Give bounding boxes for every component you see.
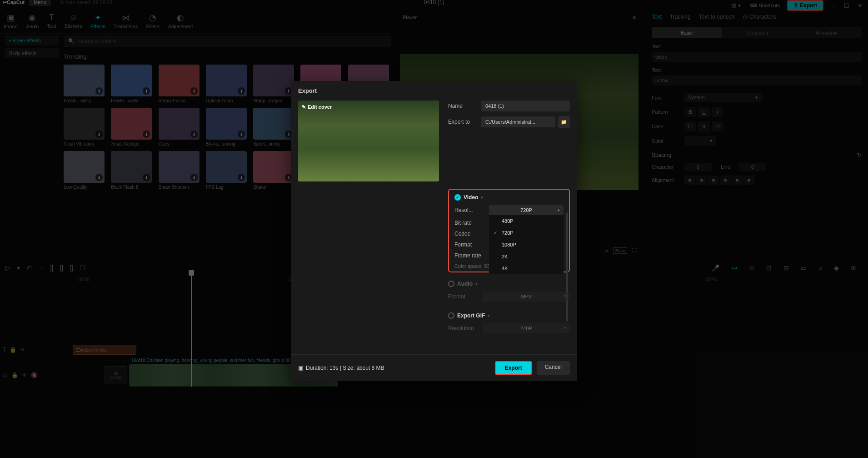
res-option-2k[interactable]: 2K bbox=[489, 251, 564, 262]
effect-card[interactable]: ⬇Black Flash II bbox=[111, 151, 152, 190]
underline-button[interactable]: U bbox=[698, 107, 710, 117]
effect-card[interactable]: ⬇Smart Sharpen bbox=[159, 151, 200, 190]
undo-icon[interactable]: ↶ bbox=[26, 264, 32, 272]
download-icon[interactable]: ⬇ bbox=[190, 174, 198, 181]
char-input[interactable]: 0 bbox=[684, 163, 712, 171]
effect-card[interactable]: ⬇FPS Lag bbox=[206, 151, 247, 190]
case-upper[interactable]: TT bbox=[684, 121, 696, 131]
eye-icon[interactable]: 👁 bbox=[20, 347, 25, 353]
download-icon[interactable]: ⬇ bbox=[190, 131, 198, 138]
effect-card[interactable]: ⬇Sharp...Edges bbox=[253, 65, 294, 103]
tool-c[interactable]: ⊞ bbox=[783, 264, 789, 272]
zoom-fit[interactable]: ⊕ bbox=[851, 264, 856, 272]
insp-tab-tracking[interactable]: Tracking bbox=[670, 12, 691, 22]
tab-import[interactable]: ▣Import bbox=[4, 13, 18, 29]
download-icon[interactable]: ⬇ bbox=[95, 174, 103, 181]
tab-stickers[interactable]: ☺Stickers bbox=[65, 13, 82, 29]
trim-left-tool[interactable]: [​| bbox=[60, 264, 64, 272]
effect-card[interactable]: ⬇Dizzy bbox=[159, 108, 200, 146]
subtab-templates[interactable]: Templates bbox=[722, 27, 792, 38]
color-select[interactable]: -▾ bbox=[684, 136, 716, 146]
tab-adjustment[interactable]: ◐Adjustment bbox=[168, 13, 193, 29]
insp-tab-text[interactable]: Text bbox=[652, 12, 662, 22]
align-right[interactable]: ≡ bbox=[708, 176, 719, 185]
export-confirm-button[interactable]: Export bbox=[495, 361, 532, 375]
res-option-720p[interactable]: ✓720P bbox=[489, 227, 564, 239]
sidebar-video-effects[interactable]: • Video effects bbox=[5, 35, 59, 45]
tool-d[interactable]: ▭ bbox=[801, 264, 807, 272]
ratio-button[interactable]: Ratio bbox=[613, 247, 627, 254]
scrollbar[interactable] bbox=[566, 212, 568, 322]
download-icon[interactable]: ⬇ bbox=[143, 131, 150, 138]
download-icon[interactable]: ⬇ bbox=[143, 87, 150, 95]
tab-text[interactable]: TText bbox=[47, 13, 56, 29]
video-checkbox[interactable]: ✓ bbox=[454, 194, 461, 201]
align-left[interactable]: ≡ bbox=[684, 176, 695, 185]
tab-audio[interactable]: ◉Audio bbox=[26, 13, 39, 29]
mute-icon[interactable]: 🔇 bbox=[31, 372, 38, 378]
effect-card[interactable]: ⬇Optical Zoom bbox=[206, 65, 247, 103]
folder-icon[interactable]: 📁 bbox=[558, 116, 570, 128]
effect-card[interactable]: ⬇Xmas Collage bbox=[111, 108, 152, 146]
download-icon[interactable]: ⬇ bbox=[238, 131, 245, 138]
lock-icon[interactable]: 🔒 bbox=[10, 347, 16, 353]
eye-icon[interactable]: 👁 bbox=[22, 372, 27, 378]
tool-b[interactable]: ⊡ bbox=[766, 264, 772, 272]
reset-icon[interactable]: ↻ bbox=[857, 152, 862, 158]
font-select[interactable]: System▾ bbox=[684, 93, 762, 102]
download-icon[interactable]: ⬇ bbox=[238, 174, 245, 181]
tool-f[interactable]: ◆ bbox=[834, 264, 839, 272]
lock-icon[interactable]: 🔒 bbox=[11, 372, 18, 378]
menu-button[interactable]: Menu bbox=[29, 0, 51, 6]
effect-card[interactable]: ⬇Froste...uality bbox=[111, 65, 152, 103]
insp-tab-ai[interactable]: AI Characters bbox=[743, 12, 776, 22]
effect-card[interactable]: ⬇Shake bbox=[253, 151, 294, 190]
download-icon[interactable]: ⬇ bbox=[190, 87, 198, 95]
gif-checkbox[interactable] bbox=[448, 312, 454, 319]
download-icon[interactable]: ⬇ bbox=[143, 174, 150, 181]
playhead[interactable] bbox=[191, 273, 192, 387]
text1-input[interactable]: video bbox=[652, 52, 862, 62]
fullscreen-icon[interactable]: ⛶ bbox=[632, 247, 637, 254]
subtab-basic[interactable]: Basic bbox=[652, 27, 722, 38]
cursor-tool[interactable]: ▷ bbox=[5, 264, 10, 272]
player-menu-icon[interactable]: ≡ bbox=[633, 15, 636, 20]
insp-tab-tts[interactable]: Text-to-speech bbox=[699, 12, 735, 22]
effect-card[interactable]: ⬇Flash Vibration bbox=[64, 108, 105, 146]
sidebar-body-effects[interactable]: Body effects bbox=[5, 48, 59, 58]
res-option-1080p[interactable]: 1080P bbox=[489, 239, 564, 251]
line-input[interactable]: 0 bbox=[739, 163, 766, 171]
text-clip[interactable]: ☰ video / in this bbox=[73, 345, 136, 355]
bold-button[interactable]: B bbox=[684, 107, 696, 117]
effect-card[interactable]: ⬇Froste...uality bbox=[64, 65, 105, 103]
cursor-dropdown[interactable]: ▾ bbox=[17, 264, 20, 272]
effect-card[interactable]: ⬇Spect...nning bbox=[253, 108, 294, 146]
cover-slot[interactable]: ▧Cover bbox=[105, 366, 127, 384]
tool-e[interactable]: ○ bbox=[818, 264, 822, 272]
align-bottom[interactable]: ≡ bbox=[743, 176, 754, 185]
case-lower[interactable]: tt bbox=[698, 121, 710, 131]
subtab-animation[interactable]: Animation bbox=[792, 27, 862, 38]
exportto-input[interactable]: C:/Users/Administrat... bbox=[481, 116, 555, 127]
effect-card[interactable]: ⬇Rotary Focus bbox=[159, 65, 200, 103]
name-input[interactable]: 0418 (1) bbox=[481, 101, 570, 111]
tab-filters[interactable]: ◔Filters bbox=[146, 13, 160, 29]
delete-tool[interactable]: ☐ bbox=[80, 264, 85, 272]
split-tool[interactable]: ]​[ bbox=[50, 264, 54, 272]
redo-icon[interactable]: ↷ bbox=[38, 264, 44, 272]
tool-a[interactable]: ⦾ bbox=[749, 264, 754, 272]
effect-card[interactable]: ⬇Low Quality bbox=[64, 151, 105, 190]
text2-input[interactable]: in this bbox=[652, 75, 862, 86]
case-title[interactable]: Tt bbox=[712, 121, 723, 131]
align-center[interactable]: ≡ bbox=[696, 176, 707, 185]
tab-effects[interactable]: ✦Effects bbox=[90, 13, 105, 29]
res-option-4k[interactable]: 4K bbox=[489, 262, 564, 274]
align-middle[interactable]: ≡ bbox=[732, 176, 743, 185]
resolution-select[interactable]: 720P▴ 480P ✓720P 1080P 2K 4K bbox=[489, 205, 564, 215]
download-icon[interactable]: ⬇ bbox=[238, 87, 245, 95]
link-icon[interactable]: ⊶ bbox=[731, 264, 738, 272]
italic-button[interactable]: I bbox=[712, 107, 723, 117]
search-input[interactable]: 🔍Search for effects bbox=[64, 35, 391, 47]
download-icon[interactable]: ⬇ bbox=[95, 131, 103, 138]
effect-card[interactable]: ⬇Blu-ra...anning bbox=[206, 108, 247, 146]
